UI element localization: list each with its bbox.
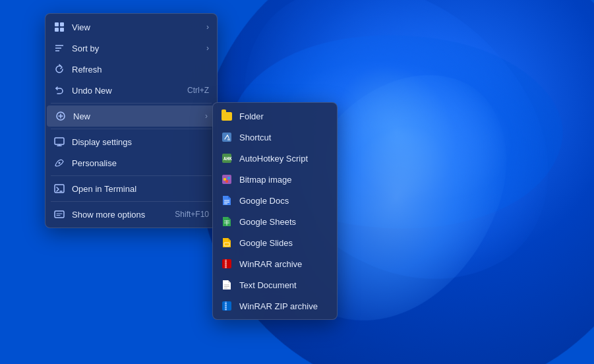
new-submenu: Folder Shortcut AHK AutoHotkey Script [212,102,338,320]
menu-item-refresh-label: Refresh [72,65,209,75]
divider-3 [51,175,212,176]
refresh-icon [53,63,65,75]
menu-item-refresh[interactable]: Refresh [45,59,217,80]
undo-shortcut: Ctrl+Z [187,86,209,95]
textdoc-icon [221,279,233,291]
shortcut-icon [221,131,233,143]
submenu-gsheets-label: Google Sheets [239,217,296,227]
svg-rect-16 [55,211,64,218]
menu-item-new-label: New [73,111,198,121]
submenu-item-shortcut[interactable]: Shortcut [213,127,337,148]
svg-rect-0 [55,22,59,26]
menu-item-new[interactable]: New › [47,106,216,127]
menu-item-terminal-label: Open in Terminal [72,184,209,194]
display-icon [53,136,65,148]
submenu-gdocs-label: Google Docs [239,196,289,206]
bitmap-icon [221,173,233,185]
submenu-shortcut-label: Shortcut [239,133,271,142]
new-arrow: › [205,111,208,121]
menu-item-more[interactable]: Show more options Shift+F10 [45,204,217,225]
menu-item-view[interactable]: View › [45,16,217,38]
svg-rect-2 [55,28,59,32]
submenu-item-gslides[interactable]: Google Slides [213,232,337,253]
winrarzip-icon [221,300,233,312]
submenu-item-folder[interactable]: Folder [213,106,337,127]
submenu-bitmap-label: Bitmap image [239,175,291,185]
submenu-gslides-label: Google Slides [239,238,293,248]
submenu-ahk-label: AutoHotkey Script [239,154,308,164]
submenu-winrarzip-label: WinRAR ZIP archive [239,301,318,311]
ahk-icon: AHK [221,152,233,164]
gslides-icon [221,237,233,249]
svg-rect-20 [227,138,230,140]
sort-arrow: › [206,44,209,53]
svg-rect-1 [60,22,64,26]
view-icon [53,21,65,33]
context-menu: View › Sort by › Refresh [45,13,218,228]
more-icon [53,208,65,220]
menu-item-terminal[interactable]: Open in Terminal [45,178,217,199]
submenu-item-ahk[interactable]: AHK AutoHotkey Script [213,148,337,169]
menu-item-view-label: View [72,22,200,32]
svg-text:AHK: AHK [223,156,232,162]
winrar-icon [221,258,233,270]
submenu-item-bitmap[interactable]: Bitmap image [213,169,337,190]
gdocs-icon [221,195,233,206]
menu-item-display-label: Display settings [72,137,209,147]
svg-rect-25 [227,177,230,179]
submenu-item-gdocs[interactable]: Google Docs [213,190,337,211]
gsheets-icon [221,216,233,228]
submenu-textdoc-label: Text Document [239,280,297,290]
menu-item-sort-label: Sort by [72,44,200,53]
menu-item-undo-label: Undo New [72,86,181,96]
submenu-winrar-label: WinRAR archive [239,259,302,269]
view-arrow: › [206,22,209,32]
submenu-item-winrar[interactable]: WinRAR archive [213,253,337,274]
menu-item-display[interactable]: Display settings [45,131,217,152]
more-shortcut: Shift+F10 [175,210,209,219]
folder-icon [221,110,233,122]
svg-point-13 [59,162,61,164]
svg-rect-19 [222,133,231,142]
menu-item-undo[interactable]: Undo New Ctrl+Z [45,80,217,101]
menu-item-personalise-label: Personalise [72,158,209,168]
terminal-icon [53,183,65,195]
sort-icon [53,42,65,54]
divider-2 [51,129,212,129]
svg-rect-26 [225,180,228,183]
new-icon [55,110,67,122]
menu-item-more-label: Show more options [72,210,168,220]
svg-rect-14 [55,185,64,193]
menu-item-personalise[interactable]: Personalise [45,152,217,173]
undo-icon [53,84,65,96]
divider-1 [51,103,212,104]
submenu-item-textdoc[interactable]: Text Document [213,274,337,295]
svg-rect-10 [55,138,64,144]
svg-rect-3 [60,28,64,32]
menu-item-sort[interactable]: Sort by › [45,38,217,59]
submenu-folder-label: Folder [239,111,264,121]
personalise-icon [53,157,65,169]
divider-4 [51,201,212,202]
submenu-item-gsheets[interactable]: Google Sheets [213,211,337,232]
submenu-item-winrarzip[interactable]: WinRAR ZIP archive [213,295,337,317]
